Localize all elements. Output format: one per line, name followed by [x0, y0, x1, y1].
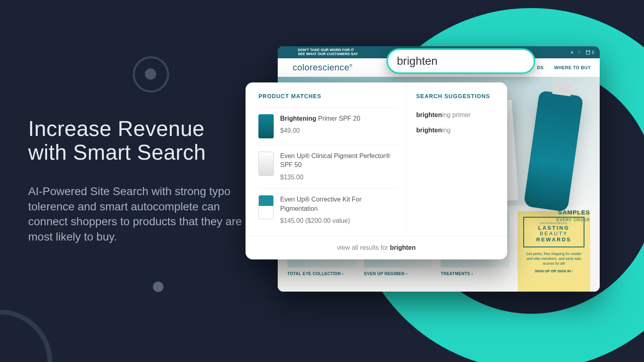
- product-name: Even Up® Clinical Pigment Perfector® SPF…: [280, 152, 399, 170]
- cart-count: 0: [592, 50, 594, 55]
- decor-arc: [0, 310, 52, 362]
- product-bottle-graphic: [523, 90, 583, 212]
- product-price: $49.00: [280, 126, 360, 135]
- product-name: Brightening Primer SPF 20: [280, 114, 360, 123]
- decor-dot: [145, 68, 156, 80]
- rewards-word: REWARDS: [536, 237, 571, 243]
- product-name: Even Up® Corrective Kit For Pigmentation: [280, 195, 399, 213]
- promo-tile-label: EVEN UP REGIMEN ›: [364, 272, 433, 276]
- rewards-signin-link[interactable]: SIGN UP OR SIGN IN ›: [523, 269, 584, 273]
- search-suggestions-header: SEARCH SUGGESTIONS: [416, 93, 497, 99]
- hero-title-line1: Increase Revenue: [28, 117, 204, 140]
- search-input[interactable]: [397, 55, 541, 68]
- search-suggestion[interactable]: brightening: [416, 123, 497, 138]
- samples-heading: SAMPLES: [558, 209, 590, 216]
- product-thumbnail: [258, 114, 274, 138]
- rewards-word: LASTING: [538, 225, 570, 231]
- product-match-row[interactable]: Brightening Primer SPF 20 $49.00: [258, 107, 399, 145]
- view-all-term: brighten: [390, 244, 416, 251]
- product-match-row[interactable]: Even Up® Corrective Kit For Pigmentation…: [258, 188, 399, 232]
- product-thumbnail: [258, 152, 274, 176]
- product-match-row[interactable]: Even Up® Clinical Pigment Perfector® SPF…: [258, 145, 399, 188]
- rewards-card: colorescience LASTING BEAUTY REWARDS Get…: [518, 211, 590, 292]
- cart-icon[interactable]: 0: [585, 49, 594, 55]
- promo-tile-label: TREATMENTS ›: [441, 272, 510, 276]
- search-dropdown: PRODUCT MATCHES Brightening Primer SPF 2…: [246, 82, 507, 259]
- promo-tile-label: TOTAL EYE COLLECTION ›: [287, 272, 356, 276]
- announcement-line2: SEE WHAT OUR CUSTOMERS SAY: [298, 52, 358, 56]
- decor-dot: [153, 282, 163, 292]
- brand-logo[interactable]: colorescience®: [293, 62, 353, 73]
- hero-title: Increase Revenue with Smart Search: [28, 117, 246, 165]
- hero-body: AI-Powered Site Search with strong typo …: [28, 184, 246, 245]
- hero-title-line2: with Smart Search: [28, 140, 206, 164]
- search-box[interactable]: [386, 48, 535, 74]
- nav-where-to-buy[interactable]: WHERE TO BUY: [554, 65, 591, 70]
- product-price: $145.00 ($200.00 value): [280, 216, 399, 225]
- close-icon[interactable]: ✕: [570, 50, 574, 55]
- view-all-prefix: view all results for: [337, 244, 390, 251]
- wishlist-icon[interactable]: ♡: [578, 50, 581, 55]
- product-thumbnail: [258, 195, 274, 219]
- rewards-word: BEAUTY: [540, 230, 568, 237]
- search-suggestion[interactable]: brightening primer: [416, 107, 497, 123]
- samples-subheading: EVERY ORDER: [557, 218, 590, 222]
- product-price: $135.00: [280, 173, 399, 182]
- rewards-blurb: Get perks, free shipping for insider and…: [523, 251, 584, 266]
- product-matches-header: PRODUCT MATCHES: [258, 93, 399, 99]
- view-all-results[interactable]: view all results for brighten: [246, 236, 507, 259]
